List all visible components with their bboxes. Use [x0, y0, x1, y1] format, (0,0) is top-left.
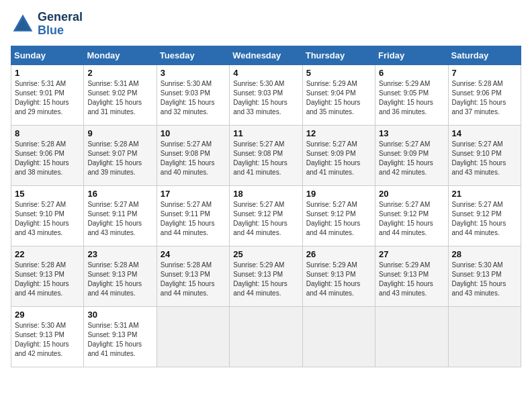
day-cell: 13Sunrise: 5:27 AMSunset: 9:09 PMDayligh… — [375, 125, 448, 185]
header-thursday: Thursday — [302, 46, 375, 64]
day-info: Sunrise: 5:27 AMSunset: 9:12 PMDaylight:… — [379, 201, 433, 236]
day-info: Sunrise: 5:31 AMSunset: 9:13 PMDaylight:… — [87, 322, 142, 357]
day-cell: 1Sunrise: 5:31 AMSunset: 9:01 PMDaylight… — [11, 64, 84, 125]
calendar-week-row: 15Sunrise: 5:27 AMSunset: 9:10 PMDayligh… — [11, 185, 521, 246]
day-info: Sunrise: 5:30 AMSunset: 9:03 PMDaylight:… — [233, 80, 287, 116]
empty-cell — [302, 306, 375, 367]
day-number: 23 — [87, 249, 152, 259]
header-monday: Monday — [84, 46, 157, 64]
day-cell: 7Sunrise: 5:28 AMSunset: 9:06 PMDaylight… — [448, 64, 521, 125]
day-number: 21 — [452, 189, 517, 199]
empty-cell — [230, 306, 302, 367]
day-info: Sunrise: 5:29 AMSunset: 9:13 PMDaylight:… — [306, 261, 361, 297]
day-cell: 19Sunrise: 5:27 AMSunset: 9:12 PMDayligh… — [302, 185, 375, 246]
calendar-week-row: 22Sunrise: 5:28 AMSunset: 9:13 PMDayligh… — [11, 246, 521, 306]
header-wednesday: Wednesday — [230, 46, 302, 64]
day-number: 25 — [233, 249, 298, 259]
day-cell: 23Sunrise: 5:28 AMSunset: 9:13 PMDayligh… — [84, 246, 157, 306]
day-number: 16 — [87, 189, 152, 199]
day-number: 24 — [161, 249, 226, 259]
day-info: Sunrise: 5:27 AMSunset: 9:08 PMDaylight:… — [233, 140, 287, 176]
day-number: 3 — [161, 68, 226, 78]
day-number: 6 — [379, 68, 444, 78]
day-number: 18 — [233, 189, 298, 199]
day-info: Sunrise: 5:27 AMSunset: 9:09 PMDaylight:… — [306, 140, 361, 176]
day-info: Sunrise: 5:27 AMSunset: 9:09 PMDaylight:… — [379, 140, 433, 176]
day-cell: 10Sunrise: 5:27 AMSunset: 9:08 PMDayligh… — [157, 125, 229, 185]
day-cell: 20Sunrise: 5:27 AMSunset: 9:12 PMDayligh… — [375, 185, 448, 246]
day-cell: 24Sunrise: 5:28 AMSunset: 9:13 PMDayligh… — [157, 246, 229, 306]
day-info: Sunrise: 5:28 AMSunset: 9:13 PMDaylight:… — [161, 261, 215, 297]
day-number: 29 — [15, 310, 80, 320]
calendar-header-row: SundayMondayTuesdayWednesdayThursdayFrid… — [11, 46, 521, 64]
day-number: 20 — [379, 189, 444, 199]
day-cell: 28Sunrise: 5:30 AMSunset: 9:13 PMDayligh… — [448, 246, 521, 306]
day-number: 28 — [452, 249, 517, 259]
day-cell: 2Sunrise: 5:31 AMSunset: 9:02 PMDaylight… — [84, 64, 157, 125]
header: General Blue — [11, 11, 521, 38]
day-info: Sunrise: 5:28 AMSunset: 9:06 PMDaylight:… — [452, 80, 506, 116]
day-cell: 21Sunrise: 5:27 AMSunset: 9:12 PMDayligh… — [448, 185, 521, 246]
day-number: 8 — [15, 128, 80, 138]
day-info: Sunrise: 5:27 AMSunset: 9:12 PMDaylight:… — [233, 201, 287, 236]
day-info: Sunrise: 5:27 AMSunset: 9:08 PMDaylight:… — [161, 140, 215, 176]
day-cell: 29Sunrise: 5:30 AMSunset: 9:13 PMDayligh… — [11, 306, 84, 367]
day-info: Sunrise: 5:30 AMSunset: 9:03 PMDaylight:… — [161, 80, 215, 116]
day-cell: 27Sunrise: 5:29 AMSunset: 9:13 PMDayligh… — [375, 246, 448, 306]
calendar-week-row: 8Sunrise: 5:28 AMSunset: 9:06 PMDaylight… — [11, 125, 521, 185]
day-number: 26 — [306, 249, 371, 259]
day-info: Sunrise: 5:28 AMSunset: 9:13 PMDaylight:… — [15, 261, 69, 297]
day-info: Sunrise: 5:27 AMSunset: 9:12 PMDaylight:… — [452, 201, 506, 236]
day-cell: 22Sunrise: 5:28 AMSunset: 9:13 PMDayligh… — [11, 246, 84, 306]
day-info: Sunrise: 5:30 AMSunset: 9:13 PMDaylight:… — [452, 261, 506, 297]
day-number: 4 — [233, 68, 298, 78]
day-cell: 3Sunrise: 5:30 AMSunset: 9:03 PMDaylight… — [157, 64, 229, 125]
day-cell: 11Sunrise: 5:27 AMSunset: 9:08 PMDayligh… — [230, 125, 302, 185]
day-cell: 9Sunrise: 5:28 AMSunset: 9:07 PMDaylight… — [84, 125, 157, 185]
header-friday: Friday — [375, 46, 448, 64]
day-number: 19 — [306, 189, 371, 199]
day-number: 30 — [87, 310, 152, 320]
day-info: Sunrise: 5:27 AMSunset: 9:11 PMDaylight:… — [87, 201, 142, 236]
day-cell: 15Sunrise: 5:27 AMSunset: 9:10 PMDayligh… — [11, 185, 84, 246]
day-cell: 30Sunrise: 5:31 AMSunset: 9:13 PMDayligh… — [84, 306, 157, 367]
day-cell: 18Sunrise: 5:27 AMSunset: 9:12 PMDayligh… — [230, 185, 302, 246]
calendar-table: SundayMondayTuesdayWednesdayThursdayFrid… — [11, 46, 521, 367]
day-number: 12 — [306, 128, 371, 138]
day-number: 13 — [379, 128, 444, 138]
day-info: Sunrise: 5:27 AMSunset: 9:12 PMDaylight:… — [306, 201, 361, 236]
day-number: 14 — [452, 128, 517, 138]
header-sunday: Sunday — [11, 46, 84, 64]
day-info: Sunrise: 5:30 AMSunset: 9:13 PMDaylight:… — [15, 322, 69, 357]
empty-cell — [448, 306, 521, 367]
calendar-week-row: 29Sunrise: 5:30 AMSunset: 9:13 PMDayligh… — [11, 306, 521, 367]
day-info: Sunrise: 5:27 AMSunset: 9:10 PMDaylight:… — [15, 201, 69, 236]
calendar-week-row: 1Sunrise: 5:31 AMSunset: 9:01 PMDaylight… — [11, 64, 521, 125]
day-cell: 12Sunrise: 5:27 AMSunset: 9:09 PMDayligh… — [302, 125, 375, 185]
day-cell: 8Sunrise: 5:28 AMSunset: 9:06 PMDaylight… — [11, 125, 84, 185]
day-cell: 25Sunrise: 5:29 AMSunset: 9:13 PMDayligh… — [230, 246, 302, 306]
day-cell: 14Sunrise: 5:27 AMSunset: 9:10 PMDayligh… — [448, 125, 521, 185]
day-number: 9 — [87, 128, 152, 138]
day-number: 1 — [15, 68, 80, 78]
day-cell: 17Sunrise: 5:27 AMSunset: 9:11 PMDayligh… — [157, 185, 229, 246]
day-number: 2 — [87, 68, 152, 78]
day-info: Sunrise: 5:28 AMSunset: 9:06 PMDaylight:… — [15, 140, 69, 176]
logo-text: General Blue — [38, 11, 83, 38]
logo-icon — [11, 12, 35, 36]
day-info: Sunrise: 5:29 AMSunset: 9:13 PMDaylight:… — [379, 261, 433, 297]
day-cell: 16Sunrise: 5:27 AMSunset: 9:11 PMDayligh… — [84, 185, 157, 246]
empty-cell — [157, 306, 229, 367]
day-number: 5 — [306, 68, 371, 78]
header-tuesday: Tuesday — [157, 46, 229, 64]
day-number: 15 — [15, 189, 80, 199]
header-saturday: Saturday — [448, 46, 521, 64]
day-info: Sunrise: 5:29 AMSunset: 9:13 PMDaylight:… — [233, 261, 287, 297]
day-info: Sunrise: 5:28 AMSunset: 9:07 PMDaylight:… — [87, 140, 142, 176]
day-info: Sunrise: 5:31 AMSunset: 9:02 PMDaylight:… — [87, 80, 142, 116]
day-info: Sunrise: 5:31 AMSunset: 9:01 PMDaylight:… — [15, 80, 69, 116]
day-info: Sunrise: 5:27 AMSunset: 9:11 PMDaylight:… — [161, 201, 215, 236]
day-number: 11 — [233, 128, 298, 138]
day-number: 17 — [161, 189, 226, 199]
day-number: 22 — [15, 249, 80, 259]
